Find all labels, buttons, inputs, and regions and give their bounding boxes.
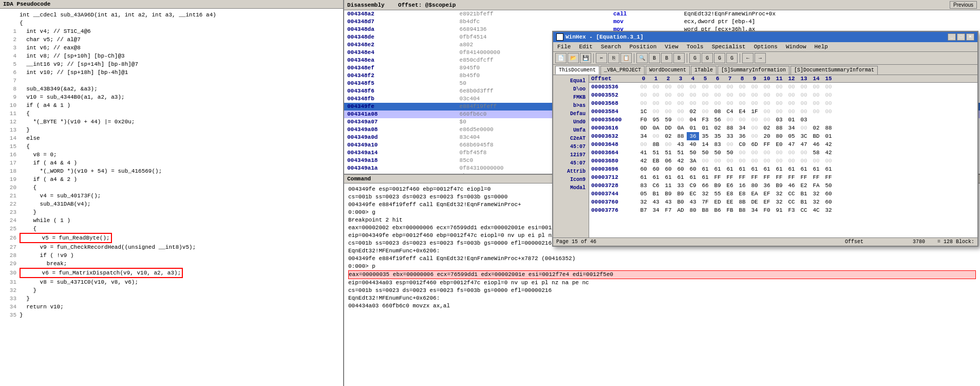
tool-b1[interactable]: B xyxy=(649,53,660,63)
hex-byte[interactable]: C4 xyxy=(724,107,736,116)
menu-item-file[interactable]: File xyxy=(555,43,573,50)
hex-byte[interactable]: 00 xyxy=(736,149,748,157)
hex-byte[interactable]: E8 xyxy=(724,190,736,198)
hex-byte[interactable]: C9 xyxy=(687,181,699,190)
tool-b2[interactable]: B xyxy=(661,53,672,63)
hex-byte[interactable]: 80 xyxy=(773,132,785,140)
hex-byte[interactable]: 40 xyxy=(687,140,699,149)
hex-byte[interactable]: C6 xyxy=(650,181,662,190)
winhex-tab-3[interactable]: 1Table xyxy=(691,66,717,75)
hex-byte[interactable]: EF xyxy=(761,190,773,198)
hex-byte[interactable]: 50 xyxy=(699,149,711,157)
hex-byte[interactable]: 47 xyxy=(785,140,798,149)
hex-byte[interactable]: 33 xyxy=(724,132,736,140)
hex-byte[interactable]: 00 xyxy=(798,99,810,107)
hex-byte[interactable]: FF xyxy=(761,140,773,149)
hex-byte[interactable]: 00 xyxy=(662,99,674,107)
hex-byte[interactable]: EE xyxy=(724,198,736,206)
hex-byte[interactable]: 34 xyxy=(637,132,650,140)
hex-byte[interactable]: 60 xyxy=(822,190,835,198)
hex-byte[interactable]: 00 xyxy=(748,149,761,157)
tool-cut[interactable]: ✂ xyxy=(596,53,607,63)
hex-byte[interactable]: CC xyxy=(785,198,798,206)
tool-open[interactable]: 📂 xyxy=(568,53,579,63)
hex-byte[interactable]: FF xyxy=(736,173,748,181)
hex-byte[interactable]: 32 xyxy=(773,198,785,206)
hex-byte[interactable]: 56 xyxy=(711,116,724,124)
hex-byte[interactable]: 60 xyxy=(650,165,662,173)
hex-byte[interactable]: 00 xyxy=(736,116,748,124)
hex-byte[interactable]: 00 xyxy=(650,132,662,140)
hex-byte[interactable]: 00 xyxy=(687,83,699,91)
hex-byte[interactable]: 16 xyxy=(736,181,748,190)
hex-byte[interactable]: 43 xyxy=(674,140,687,149)
hex-byte[interactable]: 00 xyxy=(798,83,810,91)
hex-byte[interactable]: 14 xyxy=(699,140,711,149)
hex-byte[interactable]: 35 xyxy=(699,132,711,140)
hex-byte[interactable]: 34 xyxy=(748,206,761,214)
hex-byte[interactable]: 00 xyxy=(822,83,835,91)
hex-byte[interactable]: 00 xyxy=(736,83,748,91)
hex-byte[interactable]: 00 xyxy=(810,91,822,99)
hex-byte[interactable]: 01 xyxy=(699,124,711,132)
hex-byte[interactable]: 00 xyxy=(674,83,687,91)
hex-byte[interactable]: 3A xyxy=(687,157,699,165)
hex-byte[interactable]: AD xyxy=(674,206,687,214)
tool-new[interactable]: 📄 xyxy=(555,53,567,63)
hex-byte[interactable]: 00 xyxy=(674,107,687,116)
hex-byte[interactable]: 61 xyxy=(699,165,711,173)
hex-byte[interactable]: 60 xyxy=(662,165,674,173)
menu-item-help[interactable]: Help xyxy=(813,43,830,50)
hex-byte[interactable]: EC xyxy=(687,190,699,198)
hex-byte[interactable]: 1F xyxy=(748,107,761,116)
hex-byte[interactable]: 00 xyxy=(798,124,810,132)
hex-byte[interactable]: 50 xyxy=(711,149,724,157)
hex-byte[interactable]: 88 xyxy=(724,124,736,132)
tool-right-arrow[interactable]: → xyxy=(755,53,766,63)
hex-byte[interactable]: F7 xyxy=(662,206,674,214)
hex-byte[interactable]: 36 xyxy=(736,132,748,140)
hex-byte[interactable]: C0 xyxy=(736,140,748,149)
winhex-tab-5[interactable]: [S]DocumentSummaryInformat xyxy=(790,66,878,75)
hex-byte[interactable]: 35 xyxy=(711,132,724,140)
hex-byte[interactable]: 60 xyxy=(637,165,650,173)
hex-byte[interactable]: 61 xyxy=(724,165,736,173)
hex-byte[interactable]: 00 xyxy=(773,83,785,91)
hex-byte[interactable]: 88 xyxy=(674,132,687,140)
hex-byte[interactable]: 00 xyxy=(711,157,724,165)
hex-byte[interactable]: FF xyxy=(822,173,835,181)
hex-byte[interactable]: 36 xyxy=(761,181,773,190)
winhex-tab-2[interactable]: WordDocument xyxy=(646,66,690,75)
hex-byte[interactable]: 00 xyxy=(724,116,736,124)
hex-byte[interactable]: 00 xyxy=(724,140,736,149)
hex-byte[interactable]: 00 xyxy=(674,116,687,124)
hex-byte[interactable]: BD xyxy=(810,132,822,140)
menu-item-search[interactable]: Search xyxy=(599,43,624,50)
hex-byte[interactable]: 03 xyxy=(798,116,810,124)
hex-byte[interactable]: 00 xyxy=(748,99,761,107)
hex-byte[interactable]: 00 xyxy=(650,99,662,107)
hex-byte[interactable]: FF xyxy=(798,173,810,181)
tool-g3[interactable]: G xyxy=(714,53,725,63)
hex-byte[interactable]: 42 xyxy=(674,157,687,165)
hex-byte[interactable]: 00 xyxy=(724,91,736,99)
hex-byte[interactable]: FB xyxy=(724,206,736,214)
hex-byte[interactable]: 00 xyxy=(748,132,761,140)
hex-byte[interactable]: 51 xyxy=(674,149,687,157)
tool-g2[interactable]: G xyxy=(702,53,713,63)
hex-byte[interactable]: FF xyxy=(785,173,798,181)
code-area[interactable]: int __cdecl sub_43A96D(int a1, int a2, i… xyxy=(0,9,343,386)
hex-byte[interactable]: B9 xyxy=(773,181,785,190)
menu-item-view[interactable]: View xyxy=(663,43,680,50)
hex-byte[interactable]: 00 xyxy=(810,83,822,91)
hex-byte[interactable]: 00 xyxy=(699,107,711,116)
hex-byte[interactable]: 00 xyxy=(761,116,773,124)
hex-byte[interactable]: 00 xyxy=(785,99,798,107)
hex-byte[interactable]: EA xyxy=(748,190,761,198)
hex-byte[interactable]: 00 xyxy=(674,91,687,99)
hex-byte[interactable]: 61 xyxy=(773,165,785,173)
hex-byte[interactable]: 47 xyxy=(798,140,810,149)
hex-byte[interactable]: 00 xyxy=(785,107,798,116)
hex-byte[interactable]: 00 xyxy=(773,107,785,116)
tool-b3[interactable]: B xyxy=(673,53,685,63)
